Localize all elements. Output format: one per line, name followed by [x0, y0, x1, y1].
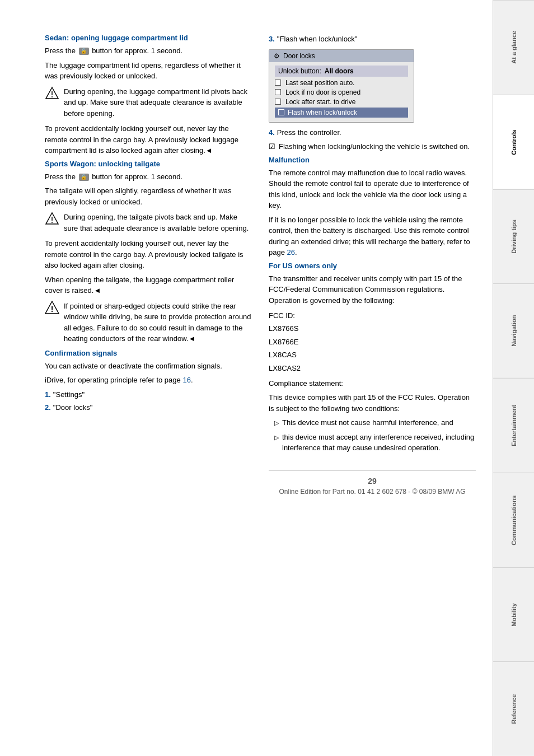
sedan-section: Sedan: opening luggage compartment lid P… [45, 34, 252, 156]
confirmation-steps: 1."Settings" 2."Door locks" [45, 389, 252, 413]
dialog-titlebar: ⚙ Door locks [269, 50, 414, 62]
confirmation-para2: iDrive, for operating principle refer to… [45, 375, 252, 386]
bullet-item-1: This device must not cause harmful inter… [274, 417, 476, 428]
sports-warning-text: If pointed or sharp-edged objects could … [64, 301, 252, 344]
note-triangle-icon2 [45, 212, 59, 226]
fcc-id-label: FCC ID: [269, 309, 476, 322]
sports-para3: To prevent accidentally locking yourself… [45, 238, 252, 271]
checkbox-flash [278, 109, 284, 115]
for-us-owners-section: For US owners only The transmitter and r… [269, 262, 476, 454]
page26-link[interactable]: 26 [287, 248, 295, 256]
sidebar-tab-mobility[interactable]: Mobility [493, 567, 534, 662]
bullet-item-2: this device must accept any interference… [274, 432, 476, 454]
sports-wagon-section: Sports Wagon: unlocking tailgate Press t… [45, 160, 252, 344]
footer-text: Online Edition for Part no. 01 41 2 602 … [269, 488, 476, 496]
flashing-check: ☑ Flashing when locking/unlocking the ve… [269, 141, 476, 152]
step3-label: 3."Flash when lock/unlock" [269, 34, 476, 45]
unlock-label: Unlock button: [278, 67, 321, 75]
sidebar-tab-navigation[interactable]: Navigation [493, 283, 534, 378]
confirmation-section: Confirmation signals You can activate or… [45, 349, 252, 413]
sedan-para1: Press the 🔓 button for approx. 1 second. [45, 45, 252, 57]
malfunction-para1: The remote control may malfunction due t… [269, 167, 476, 211]
row-flash-highlighted: Flash when lock/unlock [275, 108, 408, 118]
checkmark-icon: ☑ [269, 141, 275, 152]
step4-label: 4.Press the controller. [269, 127, 476, 138]
sports-wagon-title: Sports Wagon: unlocking tailgate [45, 160, 252, 168]
sidebar-tab-at-a-glance[interactable]: At a glance [493, 0, 534, 95]
svg-text:!: ! [51, 305, 54, 314]
step-1: 1."Settings" [45, 389, 252, 400]
dialog-body: Unlock button: All doors Last seat posit… [269, 62, 414, 122]
row-last-seat: Last seat position auto. [275, 79, 408, 87]
sedan-para3: To prevent accidentally locking yourself… [45, 123, 252, 156]
right-column: 3."Flash when lock/unlock" ⚙ Door locks … [269, 34, 476, 496]
dialog-title: Door locks [283, 52, 315, 60]
malfunction-title: Malfunction [269, 156, 476, 164]
sidebar-tab-communications[interactable]: Communications [493, 473, 534, 567]
sports-warning: ! If pointed or sharp-edged objects coul… [45, 301, 252, 344]
malfunction-para2: If it is no longer possible to lock the … [269, 214, 476, 258]
page-footer: 29 Online Edition for Part no. 01 41 2 6… [269, 470, 476, 496]
fcc-id-4: LX8CAS2 [269, 362, 476, 375]
left-column: Sedan: opening luggage compartment lid P… [45, 34, 252, 496]
sports-para2: The tailgate will open slightly, regardl… [45, 185, 252, 207]
sidebar-tab-entertainment[interactable]: Entertainment [493, 378, 534, 473]
note-triangle-icon [45, 86, 59, 101]
malfunction-section: Malfunction The remote control may malfu… [269, 156, 476, 258]
fcc-id-3: LX8CAS [269, 348, 476, 361]
for-us-para1: The transmitter and receiver units compl… [269, 273, 476, 306]
warning-triangle-icon: ! [45, 301, 59, 315]
row-lock-after-start: Lock after start. to drive [275, 98, 408, 106]
compliance-bullets: This device must not cause harmful inter… [274, 417, 476, 454]
page16-link[interactable]: 16 [182, 376, 190, 384]
compliance-label: Compliance statement: [269, 378, 476, 389]
door-locks-dialog-image: ⚙ Door locks Unlock button: All doors La… [269, 49, 414, 123]
checkbox-last-seat [275, 80, 281, 86]
checkbox-lock-after-start [275, 99, 281, 105]
sports-para1: Press the 🔓 button for approx. 1 second. [45, 171, 252, 183]
sedan-para2: The luggage compartment lid opens, regar… [45, 60, 252, 82]
step-2: 2."Door locks" [45, 402, 252, 413]
compliance-text: This device complies with part 15 of the… [269, 392, 476, 414]
fcc-ids: FCC ID: LX8766S LX8766E LX8CAS LX8CAS2 [269, 309, 476, 375]
sidebar-tab-driving-tips[interactable]: Driving tips [493, 189, 534, 284]
sports-note1-text: During opening, the tailgate pivots back… [64, 212, 252, 234]
fcc-id-2: LX8766E [269, 335, 476, 348]
sports-note1: During opening, the tailgate pivots back… [45, 212, 252, 234]
sidebar-tab-controls[interactable]: Controls [493, 95, 534, 189]
for-us-owners-title: For US owners only [269, 262, 476, 270]
confirmation-para1: You can activate or deactivate the confi… [45, 361, 252, 372]
sedan-note1-text: During opening, the luggage compartment … [64, 86, 252, 119]
confirmation-title: Confirmation signals [45, 349, 252, 357]
sports-para4: When opening the tailgate, the luggage c… [45, 274, 252, 296]
unlock-value: All doors [325, 67, 354, 75]
sidebar: At a glance Controls Driving tips Naviga… [493, 0, 534, 756]
svg-point-2 [51, 96, 53, 97]
unlock-row: Unlock button: All doors [275, 66, 408, 77]
checkbox-lock-no-door [275, 89, 281, 95]
sedan-section-title: Sedan: opening luggage compartment lid [45, 34, 252, 42]
page-number: 29 [269, 477, 476, 486]
fcc-id-1: LX8766S [269, 322, 476, 335]
sedan-note1: During opening, the luggage compartment … [45, 86, 252, 119]
row-lock-no-door: Lock if no door is opened [275, 88, 408, 96]
sidebar-tab-reference[interactable]: Reference [493, 661, 534, 756]
svg-point-5 [51, 222, 53, 223]
dialog-icon: ⚙ [274, 52, 280, 60]
